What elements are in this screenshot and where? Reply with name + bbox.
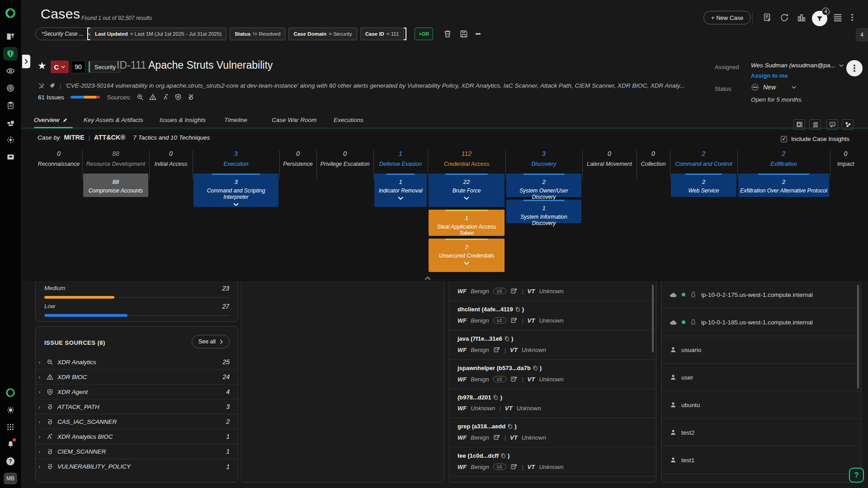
- help-circle-icon[interactable]: ?: [3, 455, 18, 468]
- tag-icon[interactable]: [49, 82, 56, 89]
- open-card-icon[interactable]: [510, 287, 518, 295]
- save-filter-icon[interactable]: [459, 28, 468, 40]
- scrollbar-thumb[interactable]: [652, 285, 654, 352]
- open-card-icon[interactable]: [510, 375, 518, 383]
- cases-shield-icon[interactable]: [3, 47, 18, 61]
- tactic-discovery[interactable]: 3 Discovery 2 System Owner/User Discover…: [505, 149, 582, 272]
- status-dropdown[interactable]: New: [751, 83, 796, 91]
- scrollbar-thumb[interactable]: [857, 285, 859, 389]
- warning-triangle-icon[interactable]: [149, 94, 156, 101]
- comment-icon[interactable]: [826, 119, 838, 130]
- copy-icon[interactable]: [533, 365, 538, 371]
- open-card-icon[interactable]: [493, 346, 500, 353]
- source-row-xdr-bioc[interactable]: › XDR BIOC 24: [36, 370, 238, 385]
- header-kebab-icon[interactable]: [851, 13, 853, 22]
- source-row-xdr-analytics[interactable]: › XDR Analytics 25: [36, 355, 238, 370]
- technique-command-scripting-interpreter[interactable]: 3 Command and Scripting Interpreter: [193, 174, 278, 207]
- chevron-down-icon[interactable]: [398, 197, 403, 200]
- copy-icon[interactable]: [515, 306, 520, 312]
- filter-kebab-icon[interactable]: [476, 28, 481, 40]
- tactic-execution[interactable]: 3 Execution 3 Command and Scripting Inte…: [193, 149, 279, 272]
- copy-icon[interactable]: [493, 394, 498, 400]
- technique-indicator-removal[interactable]: 1 Indicator Removal: [374, 174, 427, 207]
- filter-funnel-button[interactable]: 4: [812, 11, 827, 26]
- copy-icon[interactable]: [507, 423, 513, 429]
- graph-nodes-icon[interactable]: [842, 119, 854, 130]
- assign-to-me-link[interactable]: Assign to me: [751, 72, 788, 79]
- side-tab-count[interactable]: 4: [856, 28, 868, 42]
- technique-system-information-discovery[interactable]: 1 System Information Discovery: [506, 200, 581, 223]
- user-avatar[interactable]: MB: [4, 473, 17, 484]
- technique-brute-force[interactable]: 22 Brute Force: [429, 174, 505, 207]
- copy-icon[interactable]: [500, 453, 506, 459]
- notifications-bell-icon[interactable]: [3, 437, 18, 451]
- tab-case-war-room[interactable]: Case War Room: [272, 117, 317, 123]
- filter-pill-last-updated[interactable]: Last Updated = Last 1M (Jul 1st 2025 - J…: [90, 28, 226, 40]
- chevron-down-icon[interactable]: [464, 197, 469, 200]
- table-menu-icon[interactable]: [833, 13, 843, 22]
- analytics-magnifier-icon[interactable]: [137, 94, 144, 101]
- layout-view-icon[interactable]: [793, 119, 805, 130]
- filter-pill-status[interactable]: Status != Resolved: [230, 28, 285, 40]
- add-or-filter-button[interactable]: +OR: [415, 28, 433, 40]
- tactic-initial-access[interactable]: 0 Initial Access: [149, 149, 193, 272]
- include-case-insights-toggle[interactable]: ✓ Include Case Insights: [781, 136, 849, 142]
- automation-spark-icon[interactable]: [3, 133, 18, 146]
- see-all-button[interactable]: See all: [192, 335, 230, 348]
- triangle-a-icon[interactable]: [162, 94, 169, 101]
- tab-timeline[interactable]: Timeline: [224, 117, 247, 123]
- include-insights-checkbox[interactable]: ✓: [781, 136, 787, 142]
- archive-box-icon[interactable]: [3, 150, 18, 164]
- source-row-cas-iac-scanner[interactable]: › CAS_IAC_SCANNER 2: [36, 414, 238, 429]
- cortex-swirl-icon[interactable]: [3, 386, 18, 399]
- tactic-impact[interactable]: 0 Impact: [830, 149, 861, 272]
- panel-expander-button[interactable]: [22, 55, 30, 68]
- technique-system-owner-user-discovery[interactable]: 2 System Owner/User Discovery: [506, 174, 581, 197]
- assignee-dropdown[interactable]: Wes Sudman (wsudman@pa...: [751, 62, 852, 69]
- tactic-privilege-escalation[interactable]: 0 Privilege Escalation: [316, 149, 373, 272]
- delete-filter-icon[interactable]: [443, 28, 452, 40]
- tactic-exfiltration[interactable]: 2 Exfiltration 2 Exfiltration Over Alter…: [737, 149, 830, 272]
- open-card-icon[interactable]: [510, 463, 518, 470]
- user-row[interactable]: test2: [661, 419, 861, 446]
- artifact-row[interactable]: dhclient (4afe...4119 ) WF Benign LC | V…: [449, 301, 656, 330]
- source-row-xdr-agent[interactable]: › XDR Agent 4: [36, 385, 238, 399]
- tactic-credential-access[interactable]: 112 Credential Access 22 Brute Force 1 S…: [428, 149, 505, 272]
- source-row-vulnerability-policy[interactable]: › VULNERABILITY_POLICY 1: [36, 459, 238, 474]
- source-row-attack-path[interactable]: › ATTACK_PATH 3: [36, 399, 238, 414]
- artifact-row[interactable]: jspawnhelper (b573...da7b ) WF Benign LC…: [449, 360, 656, 389]
- host-row[interactable]: ip-10-0-2-175.us-west-1.compute.internal: [661, 281, 861, 309]
- new-case-button[interactable]: + New Case: [703, 11, 751, 24]
- tab-executions[interactable]: Executions: [334, 117, 363, 123]
- source-row-xdr-analytics-bioc[interactable]: › XDR Analytics BIOC 1: [36, 429, 238, 444]
- chevron-down-icon[interactable]: [233, 203, 239, 206]
- technique-web-service[interactable]: 2 Web Service: [671, 174, 736, 197]
- bar-chart-icon[interactable]: [797, 13, 807, 23]
- artifact-row[interactable]: WF Benign LC | VT Unknown: [449, 281, 656, 301]
- shield-target-icon[interactable]: [175, 94, 182, 101]
- text-align-icon[interactable]: [809, 119, 821, 130]
- technique-exfiltration-over-alternative-protocol[interactable]: 2 Exfiltration Over Alternative Protocol: [738, 174, 829, 197]
- export-report-icon[interactable]: [762, 13, 772, 23]
- tab-issues-insights[interactable]: Issues & Insights: [160, 117, 206, 123]
- tab-overview[interactable]: Overview: [34, 117, 68, 123]
- tactic-resource-development[interactable]: 88 Resource Development 88 Compromise Ac…: [82, 149, 149, 272]
- host-row[interactable]: ip-10-0-1-185.us-west-1.compute.internal: [661, 309, 861, 336]
- settings-gear-icon[interactable]: [3, 403, 18, 417]
- artifact-row[interactable]: grep (a318...aedd ) WF Benign | VT Unkno…: [449, 418, 656, 447]
- eye-icon[interactable]: [3, 64, 18, 78]
- help-button[interactable]: ?: [849, 468, 864, 483]
- tactic-collection[interactable]: 0 Collection: [637, 149, 670, 272]
- star-favorite-icon[interactable]: ★: [38, 60, 47, 72]
- filter-pill-case-domain[interactable]: Case Domain = Security: [288, 28, 357, 40]
- filter-pill-case-id[interactable]: Case ID = 111: [360, 28, 404, 40]
- pin-off-icon[interactable]: [38, 82, 45, 89]
- refresh-sync-icon[interactable]: [779, 13, 789, 23]
- tactic-lateral-movement[interactable]: 0 Lateral Movement: [582, 149, 637, 272]
- technique-unsecured-credentials[interactable]: 2 Unsecured Credentials: [429, 239, 505, 272]
- technique-steal-application-access-token[interactable]: 1 Steal Application Access Token: [429, 210, 505, 236]
- artifact-row[interactable]: java (7f1e...31e6 ) WF Benign | VT Unkno…: [449, 330, 656, 360]
- copy-icon[interactable]: [504, 336, 509, 342]
- clipboard-icon[interactable]: [3, 99, 18, 112]
- user-row[interactable]: ubuntu: [661, 391, 861, 419]
